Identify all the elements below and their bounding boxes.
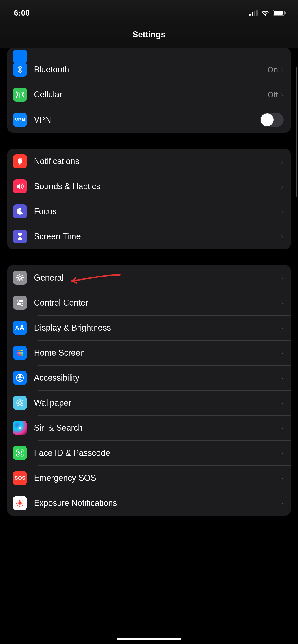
- row-label: Home Screen: [34, 348, 280, 358]
- vpn-toggle[interactable]: [260, 113, 283, 127]
- svg-rect-3: [256, 10, 258, 16]
- svg-point-48: [20, 506, 21, 507]
- sounds-icon: [13, 180, 27, 193]
- svg-point-46: [18, 502, 22, 505]
- bluetooth-icon: [13, 62, 27, 76]
- svg-point-7: [19, 163, 21, 164]
- row-label: Exposure Notifications: [34, 498, 280, 508]
- svg-rect-25: [17, 352, 19, 354]
- svg-rect-5: [274, 11, 283, 15]
- row-exposure[interactable]: Exposure Notifications ›: [8, 490, 290, 516]
- row-screentime[interactable]: Screen Time ›: [8, 224, 290, 249]
- wallpaper-icon: [13, 396, 27, 410]
- svg-line-14: [18, 275, 18, 276]
- svg-rect-22: [17, 350, 19, 352]
- homescreen-icon: [13, 346, 27, 360]
- row-sounds[interactable]: Sounds & Haptics ›: [8, 174, 290, 199]
- chevron-right-icon: ›: [281, 373, 283, 383]
- page-title: Settings: [0, 26, 298, 48]
- controlcenter-icon: [13, 296, 27, 310]
- svg-point-45: [21, 452, 22, 452]
- svg-point-52: [22, 500, 23, 502]
- wifi-icon: [261, 10, 270, 16]
- row-focus[interactable]: Focus ›: [8, 199, 290, 224]
- svg-point-43: [19, 427, 21, 429]
- svg-line-17: [22, 275, 23, 276]
- row-homescreen[interactable]: Home Screen ›: [8, 340, 290, 365]
- general-icon: [13, 271, 27, 285]
- chevron-right-icon: ›: [281, 273, 283, 283]
- cellular-signal-icon: [249, 10, 258, 16]
- svg-point-32: [19, 375, 21, 377]
- svg-rect-29: [19, 354, 21, 356]
- row-general[interactable]: General ›: [8, 265, 290, 290]
- chevron-right-icon: ›: [281, 65, 283, 75]
- row-faceid[interactable]: Face ID & Passcode ›: [8, 440, 290, 466]
- chevron-right-icon: ›: [281, 448, 283, 458]
- row-wallpaper[interactable]: Wallpaper ›: [8, 390, 290, 416]
- row-label: Bluetooth: [34, 65, 267, 74]
- chevron-right-icon: ›: [281, 323, 283, 333]
- svg-point-47: [20, 500, 21, 501]
- chevron-right-icon: ›: [281, 498, 283, 508]
- svg-line-15: [22, 279, 23, 280]
- row-sos[interactable]: SOS Emergency SOS ›: [8, 466, 290, 490]
- chevron-right-icon: ›: [281, 423, 283, 433]
- status-time: 6:00: [14, 8, 30, 18]
- svg-point-44: [18, 452, 19, 452]
- row-controlcenter[interactable]: Control Center ›: [8, 290, 290, 315]
- row-siri[interactable]: Siri & Search ›: [8, 416, 290, 440]
- chevron-right-icon: ›: [281, 156, 283, 166]
- svg-rect-28: [17, 354, 19, 356]
- row-label: Siri & Search: [34, 423, 280, 433]
- settings-group-attention: Notifications › Sounds & Haptics › Focus…: [8, 149, 290, 249]
- row-label: Notifications: [34, 156, 280, 166]
- row-label: Accessibility: [34, 373, 280, 383]
- row-label: Wallpaper: [34, 398, 280, 408]
- row-accessibility[interactable]: Accessibility ›: [8, 365, 290, 390]
- row-label: General: [34, 273, 280, 282]
- chevron-right-icon: ›: [281, 473, 283, 483]
- faceid-icon: [13, 446, 27, 460]
- status-bar: 6:00: [0, 0, 298, 26]
- home-indicator[interactable]: [117, 638, 181, 640]
- svg-rect-30: [21, 354, 23, 356]
- exposure-icon: [13, 496, 27, 510]
- chevron-right-icon: ›: [281, 232, 283, 242]
- chevron-right-icon: ›: [281, 298, 283, 308]
- svg-point-50: [23, 502, 24, 504]
- row-display[interactable]: AA Display & Brightness ›: [8, 315, 290, 340]
- row-label: VPN: [34, 115, 260, 125]
- svg-point-19: [17, 300, 20, 302]
- svg-rect-0: [249, 14, 251, 16]
- svg-rect-23: [19, 350, 21, 352]
- svg-rect-2: [254, 11, 255, 16]
- settings-group-system: General › Control Center › AA Display & …: [8, 265, 290, 516]
- svg-point-9: [19, 276, 21, 279]
- chevron-right-icon: ›: [281, 206, 283, 216]
- scroll-indicator[interactable]: [296, 67, 297, 197]
- sos-icon: SOS: [13, 471, 27, 485]
- row-label: Face ID & Passcode: [34, 448, 280, 458]
- siri-icon: [13, 421, 27, 435]
- row-label: Control Center: [34, 298, 280, 308]
- battery-icon: [273, 10, 286, 16]
- notifications-icon: [13, 154, 27, 168]
- svg-line-16: [18, 279, 18, 280]
- row-notifications[interactable]: Notifications ›: [8, 149, 290, 174]
- row-label: Emergency SOS: [34, 473, 280, 483]
- row-label: Sounds & Haptics: [34, 182, 280, 191]
- chevron-right-icon: ›: [281, 348, 283, 358]
- screentime-icon: [13, 230, 27, 244]
- settings-group-connectivity: Bluetooth On › Cellular Off › VPN VPN: [8, 53, 290, 132]
- display-icon: AA: [13, 321, 27, 335]
- svg-rect-26: [19, 352, 21, 354]
- row-value: On: [267, 65, 278, 74]
- row-vpn[interactable]: VPN VPN: [8, 107, 290, 132]
- focus-icon: [13, 204, 27, 218]
- row-cellular[interactable]: Cellular Off ›: [8, 82, 290, 107]
- svg-point-54: [22, 505, 23, 506]
- row-label: Screen Time: [34, 232, 280, 241]
- row-bluetooth[interactable]: Bluetooth On ›: [8, 57, 290, 82]
- row-label: Focus: [34, 206, 280, 216]
